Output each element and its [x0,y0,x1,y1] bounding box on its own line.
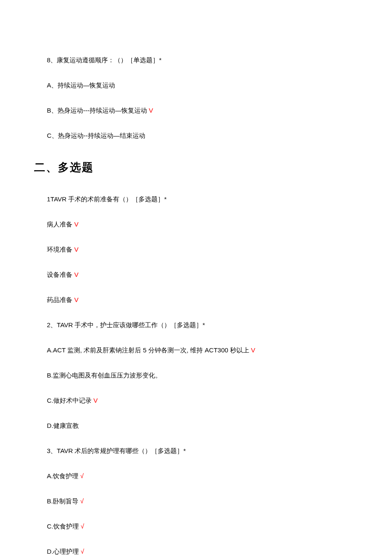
mq1-option-c: 设备准备 V [47,270,345,279]
mq3-option-d-mark: √ [81,548,84,555]
mq2-option-c: C.做好术中记录 V [47,396,345,405]
q8-option-b-mark: V [149,107,153,114]
mq1-option-a: 病人准备 V [47,220,345,229]
q8-option-b: B、热身运动---持续运动—恢复运动 V [47,106,345,115]
mq1-option-b-mark: V [74,246,78,253]
mq1-option-c-text: 设备准备 [47,271,74,278]
mq3-option-c: C.饮食护理 √ [47,522,345,531]
mq2-option-c-mark: V [93,397,98,404]
mq3-option-d-text: D.心理护理 [47,548,81,555]
mq1-option-b: 环境准备 V [47,245,345,254]
mq1-prompt: 1TAVR 手术的术前准备有（）［多选题］* [47,195,345,203]
mq3-option-a-mark: √ [80,472,84,479]
mq3-option-d: D.心理护理 √ [47,547,345,555]
mq3-option-c-text: C.饮食护理 [47,523,81,530]
q8-option-c: C、热身运动--持续运动—结束运动 [47,131,345,140]
mq3-option-b: B.卧制旨导 √ [47,497,345,506]
mq1-option-c-mark: V [74,271,78,278]
section-2-header: 二、多选题 [34,160,345,175]
mq2-option-d: D.健康宣教 [47,421,345,430]
mq2-option-a: A.ACT 监测, 术前及肝素钠注射后 5 分钟各测一次, 维持 ACT300 … [47,346,345,355]
q8-option-b-text: B、热身运动---持续运动—恢复运动 [47,107,149,114]
q8-prompt: 8、康复运动遵循顺序：（）［单选题］* [47,55,345,64]
mq2-option-a-text: A.ACT 监测, 术前及肝素钠注射后 5 分钟各测一次, 维持 ACT300 … [47,346,251,354]
mq1-option-d-text: 药品准备 [47,296,74,303]
mq3-option-a-text: A.饮食护理 [47,472,80,479]
mq3-option-a: A.饮食护理 √ [47,471,345,480]
mq3-option-c-mark: √ [81,523,84,530]
mq2-option-c-text: C.做好术中记录 [47,397,93,404]
mq1-option-d-mark: V [74,296,78,303]
mq2-prompt: 2、TAVR 手术中，护士应该做哪些工作（）［多选题］* [47,320,345,329]
mq3-option-b-text: B.卧制旨导 [47,497,80,505]
mq3-option-b-mark: √ [80,497,84,505]
mq1-option-b-text: 环境准备 [47,246,74,253]
mq1-option-d: 药品准备 V [47,295,345,304]
mq1-option-a-text: 病人准备 [47,221,74,228]
mq2-option-b: B.监测心电图及有创血压压力波形变化。 [47,371,345,380]
q8-option-a: A、持续运动—恢复运动 [47,81,345,90]
mq2-option-a-mark: V [251,346,255,354]
mq3-prompt: 3、TAVR 术后的常规护理有哪些（）［多选题］* [47,446,345,455]
mq1-option-a-mark: V [74,221,78,228]
